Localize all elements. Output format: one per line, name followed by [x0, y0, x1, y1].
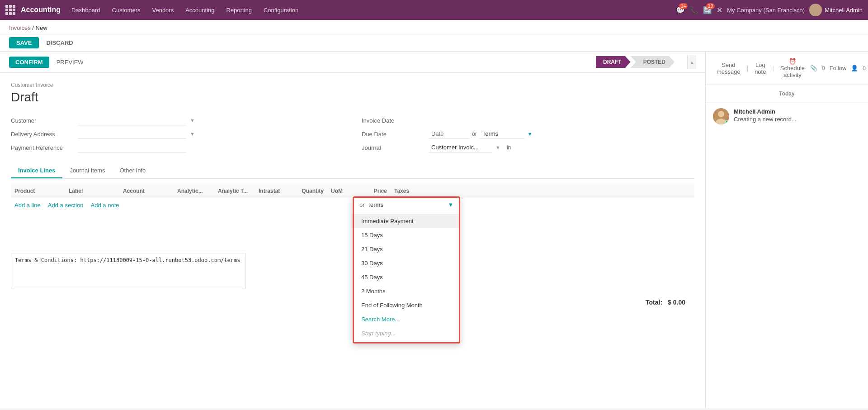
- status-draft[interactable]: DRAFT: [596, 56, 631, 68]
- th-analytic: Analytic...: [174, 186, 214, 196]
- svg-point-1: [811, 12, 820, 16]
- dropdown-start-typing: Start typing...: [354, 326, 459, 340]
- tab-other-info[interactable]: Other Info: [112, 163, 153, 178]
- person-icon: 👤: [851, 65, 858, 72]
- menu-accounting[interactable]: Accounting: [180, 4, 220, 16]
- follow-button[interactable]: Follow: [830, 65, 847, 72]
- activity-icon[interactable]: 🔄29: [703, 6, 712, 14]
- th-analytic2: Analytic T...: [214, 186, 255, 196]
- chatter-right: 📎 0 Follow 👤 0: [810, 65, 866, 72]
- main-layout: CONFIRM PREVIEW DRAFT POSTED ▲ Customer …: [0, 52, 868, 408]
- delivery-address-field-row: Delivery Address ▼: [11, 127, 344, 141]
- clock-icon: ⏰: [789, 58, 796, 65]
- dropdown-item-immediate[interactable]: Immediate Payment: [354, 214, 459, 228]
- due-date-label: Due Date: [362, 131, 425, 138]
- message-content: Mitchell Admin Creating a new record...: [734, 108, 861, 124]
- paperclip-count: 0: [822, 65, 825, 72]
- status-pipeline: DRAFT POSTED: [596, 56, 675, 68]
- svg-point-0: [813, 5, 818, 11]
- schedule-activity-button[interactable]: ⏰ Schedule activity: [777, 56, 808, 80]
- user-name: Mitchell Admin: [825, 7, 863, 14]
- or-label: or: [472, 131, 477, 137]
- th-quantity: Quantity: [291, 186, 327, 196]
- payment-ref-field-row: Payment Reference: [11, 141, 344, 154]
- terms-dropdown-container: or ▼ Immediate Payment 15 Days 21 Days 3…: [353, 196, 460, 343]
- confirm-button[interactable]: CONFIRM: [9, 57, 49, 68]
- topnav-right-icons: 💬14 📞 🔄29 ✕ My Company (San Francisco) M…: [676, 4, 863, 16]
- top-navigation: Accounting Dashboard Customers Vendors A…: [0, 0, 868, 20]
- dropdown-item-2months[interactable]: 2 Months: [354, 284, 459, 298]
- user-avatar: [809, 4, 822, 16]
- terms-or-label: or: [359, 201, 365, 208]
- breadcrumb-bar: Invoices / New: [0, 20, 868, 34]
- th-price: Price: [354, 186, 391, 196]
- chatter: Send message | Log note | ⏰ Schedule act…: [705, 52, 868, 408]
- form-subtitle: Customer Invoice: [11, 82, 694, 88]
- dropdown-item-21days[interactable]: 21 Days: [354, 242, 459, 256]
- user-menu[interactable]: Mitchell Admin: [809, 4, 863, 16]
- form-fields: Customer ▼ Delivery Address ▼ Payment Re…: [11, 114, 694, 154]
- terms-dropdown-icon[interactable]: ▼: [528, 131, 533, 137]
- breadcrumb-parent[interactable]: Invoices: [9, 24, 31, 31]
- terms-textarea[interactable]: [11, 253, 246, 289]
- breadcrumb: Invoices / New: [9, 24, 859, 31]
- journal-dropdown-icon[interactable]: ▼: [495, 145, 500, 150]
- menu-reporting[interactable]: Reporting: [221, 4, 257, 16]
- tab-journal-items[interactable]: Journal Items: [62, 163, 112, 178]
- status-bar: CONFIRM PREVIEW DRAFT POSTED ▲: [0, 52, 705, 73]
- menu-dashboard[interactable]: Dashboard: [66, 4, 106, 16]
- chat-icon[interactable]: 💬14: [676, 6, 685, 14]
- action-bar: SAVE DISCARD: [0, 34, 868, 52]
- add-line-link[interactable]: Add a line: [14, 202, 41, 209]
- terms-caret-icon[interactable]: ▼: [448, 201, 454, 208]
- phone-icon[interactable]: 📞: [689, 6, 698, 14]
- delivery-address-input[interactable]: [78, 129, 186, 139]
- dropdown-item-15days[interactable]: 15 Days: [354, 228, 459, 242]
- paperclip-icon: 📎: [810, 65, 817, 72]
- dropdown-item-end-following[interactable]: End of Following Month: [354, 298, 459, 312]
- th-account: Account: [119, 186, 174, 196]
- save-button[interactable]: SAVE: [9, 37, 39, 48]
- customer-dropdown-icon[interactable]: ▼: [190, 118, 195, 123]
- terms-search-input[interactable]: [368, 201, 443, 208]
- preview-button[interactable]: PREVIEW: [53, 57, 87, 68]
- discard-button[interactable]: DISCARD: [42, 37, 76, 48]
- close-icon[interactable]: ✕: [717, 6, 722, 14]
- terms-input[interactable]: [480, 129, 525, 139]
- send-message-button[interactable]: Send message: [713, 60, 744, 77]
- customer-input[interactable]: [78, 115, 186, 125]
- add-note-link[interactable]: Add a note: [91, 202, 119, 209]
- dropdown-search-more[interactable]: Search More...: [354, 312, 459, 326]
- tabs: Invoice Lines Journal Items Other Info: [11, 163, 694, 179]
- chatter-message: Mitchell Admin Creating a new record...: [706, 103, 868, 130]
- th-uom: UoM: [327, 186, 354, 196]
- menu-vendors[interactable]: Vendors: [146, 4, 179, 16]
- apps-grid-icon[interactable]: [5, 5, 15, 15]
- log-note-button[interactable]: Log note: [751, 60, 769, 77]
- online-indicator: [725, 120, 729, 124]
- due-date-input[interactable]: [429, 129, 469, 139]
- invoice-date-field-row: Invoice Date: [362, 114, 694, 127]
- th-intrastat: Intrastat: [255, 186, 291, 196]
- dropdown-item-30days[interactable]: 30 Days: [354, 256, 459, 270]
- menu-customers[interactable]: Customers: [107, 4, 146, 16]
- journal-input[interactable]: [429, 143, 492, 153]
- th-product: Product: [11, 186, 65, 196]
- menu-configuration[interactable]: Configuration: [258, 4, 304, 16]
- app-name: Accounting: [21, 6, 61, 14]
- delivery-dropdown-icon[interactable]: ▼: [190, 131, 195, 137]
- dropdown-item-45days[interactable]: 45 Days: [354, 270, 459, 284]
- scrollbar-handle[interactable]: ▲: [687, 55, 696, 69]
- terms-dropdown: or ▼ Immediate Payment 15 Days 21 Days 3…: [353, 196, 460, 343]
- chatter-actions: Send message | Log note | ⏰ Schedule act…: [706, 52, 868, 85]
- follower-count: 0: [863, 65, 866, 72]
- add-section-link[interactable]: Add a section: [48, 202, 84, 209]
- tab-invoice-lines[interactable]: Invoice Lines: [11, 163, 62, 178]
- top-menu: Dashboard Customers Vendors Accounting R…: [66, 4, 674, 16]
- svg-point-3: [718, 111, 724, 117]
- terms-dropdown-list: Immediate Payment 15 Days 21 Days 30 Day…: [354, 212, 459, 342]
- status-posted[interactable]: POSTED: [631, 56, 675, 68]
- due-date-controls: or ▼: [429, 129, 533, 139]
- payment-ref-input[interactable]: [78, 143, 186, 153]
- journal-label: Journal: [362, 144, 425, 151]
